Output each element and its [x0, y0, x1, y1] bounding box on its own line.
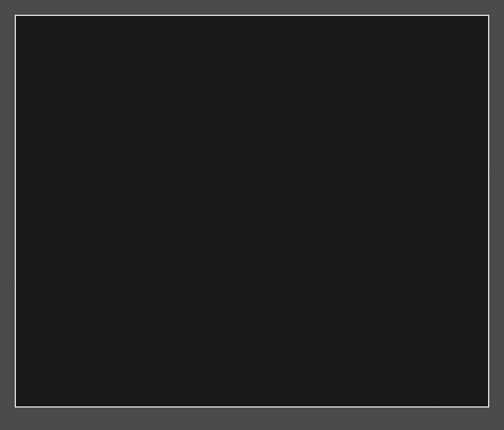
film-grain [16, 16, 488, 406]
page-background: { "frame": { "background": "#4a4b4d", "b… [0, 0, 504, 430]
eclipse-image-canvas [16, 16, 488, 406]
caption-bar [16, 410, 488, 424]
eclipse-photo [15, 15, 489, 407]
